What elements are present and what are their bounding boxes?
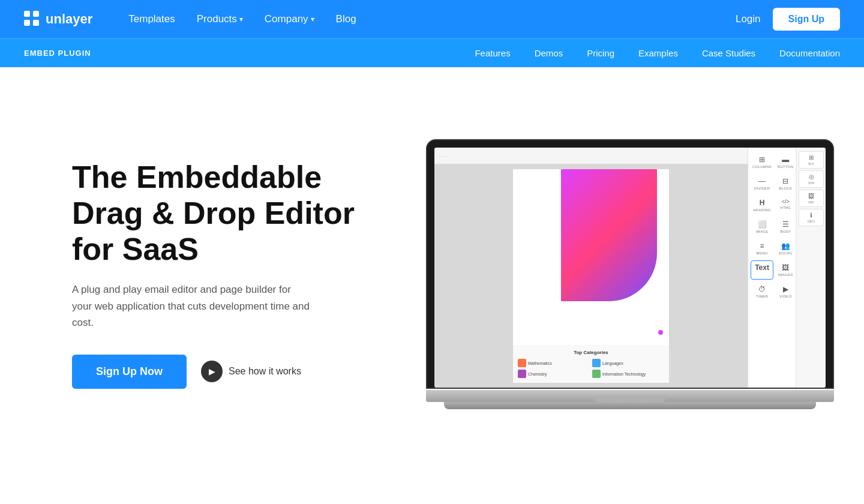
hero-actions: Sign Up Now ▶ See how it works bbox=[72, 355, 384, 389]
card-icon bbox=[592, 359, 601, 367]
timer-icon: ⏱ bbox=[758, 285, 766, 293]
tool-text[interactable]: Text bbox=[751, 260, 773, 280]
tool-menu[interactable]: ≡ MENU bbox=[751, 239, 773, 258]
tool-label: TIMER bbox=[756, 295, 768, 298]
sub-nav-links: Features Demos Pricing Examples Case Stu… bbox=[475, 48, 840, 58]
hero-subtitle: A plug and play email editor and page bu… bbox=[72, 281, 312, 331]
card-label: Information Technology bbox=[602, 372, 646, 376]
list-item: Mathematics bbox=[518, 359, 590, 367]
subnav-features[interactable]: Features bbox=[475, 48, 510, 58]
video-icon: ▶ bbox=[783, 285, 788, 293]
block-item: 🖼 IMG bbox=[799, 190, 824, 207]
subnav-pricing[interactable]: Pricing bbox=[587, 48, 614, 58]
login-link[interactable]: Login bbox=[736, 13, 761, 25]
nav-templates[interactable]: Templates bbox=[128, 13, 175, 25]
hero-content: The Embeddable Drag & Drop Editor for Sa… bbox=[72, 160, 384, 389]
canvas-toolbar: · · · bbox=[434, 148, 748, 164]
tool-label: IMAGE bbox=[756, 230, 769, 233]
hero-title: The Embeddable Drag & Drop Editor for Sa… bbox=[72, 160, 384, 267]
images-icon: 🖼 bbox=[782, 263, 789, 272]
columns-icon: ⊞ bbox=[759, 155, 765, 164]
tool-button[interactable]: ▬ BUTTON bbox=[776, 152, 795, 172]
tool-label: VIDEO bbox=[779, 295, 791, 298]
play-icon: ▶ bbox=[201, 361, 223, 382]
tool-label: BLOCK bbox=[779, 187, 792, 190]
subnav-case-studies[interactable]: Case Studies bbox=[702, 48, 755, 58]
card-icon bbox=[592, 370, 601, 378]
nav-blog[interactable]: Blog bbox=[336, 13, 356, 25]
sub-nav-section-label: EMBED PLUGIN bbox=[24, 49, 91, 58]
list-item: Information Technology bbox=[592, 370, 664, 378]
tool-label: DIVIDER bbox=[754, 187, 770, 190]
block-item: ℹ INFO bbox=[799, 209, 824, 226]
social-icon: 👥 bbox=[781, 242, 790, 250]
nav-right: Login Sign Up bbox=[736, 8, 840, 31]
subnav-demos[interactable]: Demos bbox=[535, 48, 563, 58]
block-icon: ◎ bbox=[809, 173, 814, 180]
tool-video[interactable]: ▶ VIDEO bbox=[776, 282, 795, 301]
chevron-down-icon: ▾ bbox=[311, 15, 314, 23]
tool-block[interactable]: ⊟ BLOCK bbox=[776, 174, 795, 193]
logo-link[interactable]: unlayer bbox=[24, 11, 92, 28]
tool-label: HEADING bbox=[753, 208, 770, 212]
see-how-label: See how it works bbox=[229, 366, 301, 377]
html-icon: </> bbox=[782, 199, 790, 205]
subnav-documentation[interactable]: Documentation bbox=[779, 48, 840, 58]
tool-label: MENU bbox=[757, 251, 768, 255]
card-label: Chemistry bbox=[528, 372, 547, 376]
see-how-link[interactable]: ▶ See how it works bbox=[201, 361, 301, 382]
image-icon: ⬜ bbox=[758, 220, 767, 229]
tool-html[interactable]: </> HTML bbox=[776, 196, 795, 215]
brand-name: unlayer bbox=[46, 11, 92, 27]
tool-label: SOCIAL bbox=[778, 251, 793, 255]
purple-dot-decoration bbox=[658, 330, 663, 335]
tool-timer[interactable]: ⏱ TIMER bbox=[751, 282, 773, 301]
laptop-screen-inner: · · · Top Categories bbox=[434, 148, 826, 388]
tool-label: BUTTON bbox=[778, 165, 793, 169]
block-item: ◎ SHR bbox=[799, 170, 824, 188]
hero-section: The Embeddable Drag & Drop Editor for Sa… bbox=[0, 67, 864, 469]
tool-body[interactable]: ☰ BODY bbox=[776, 217, 795, 236]
editor-sidebar: ⊞ COLUMNS ▬ BUTTON — DIVIDER bbox=[748, 148, 826, 388]
block-item: ⊞ BLK bbox=[799, 151, 824, 169]
block-icon: ⊟ bbox=[782, 177, 788, 185]
card-icon bbox=[518, 359, 526, 367]
tool-images[interactable]: 🖼 IMAGES bbox=[776, 260, 795, 280]
canvas-white-area: Top Categories Mathematics bbox=[513, 169, 669, 383]
block-icon: ℹ bbox=[810, 212, 812, 218]
nav-company[interactable]: Company ▾ bbox=[265, 13, 314, 25]
sidebar-blocks: ⊞ BLK ◎ SHR 🖼 IMG bbox=[796, 148, 826, 388]
canvas-content: Top Categories Mathematics bbox=[434, 164, 748, 388]
laptop-mockup-area: · · · Top Categories bbox=[384, 139, 840, 409]
canvas-toolbar-label: · · · bbox=[439, 153, 447, 159]
laptop-base bbox=[426, 390, 834, 402]
laptop-screen-outer: · · · Top Categories bbox=[426, 139, 834, 389]
tool-heading[interactable]: H HEADING bbox=[751, 196, 773, 215]
signup-button[interactable]: Sign Up bbox=[773, 8, 840, 31]
card-label: Languages bbox=[602, 361, 623, 365]
logo-icon bbox=[24, 11, 41, 28]
nav-products[interactable]: Products ▾ bbox=[197, 13, 243, 25]
divider-icon: — bbox=[758, 177, 766, 185]
tool-social[interactable]: 👥 SOCIAL bbox=[776, 239, 795, 258]
list-item: Languages bbox=[592, 359, 664, 367]
top-nav-links: Templates Products ▾ Company ▾ Blog bbox=[128, 13, 736, 25]
body-icon: ☰ bbox=[782, 220, 789, 229]
tool-label: COLUMNS bbox=[752, 165, 772, 169]
tool-label: IMAGES bbox=[778, 273, 793, 277]
subnav-examples[interactable]: Examples bbox=[638, 48, 678, 58]
tool-columns[interactable]: ⊞ COLUMNS bbox=[751, 152, 773, 172]
tool-label: HTML bbox=[781, 206, 791, 209]
top-navigation: unlayer Templates Products ▾ Company ▾ B… bbox=[0, 0, 864, 38]
signup-now-button[interactable]: Sign Up Now bbox=[72, 355, 187, 389]
text-icon: Text bbox=[755, 263, 769, 272]
bottom-card-grid: Mathematics Languages bbox=[518, 359, 664, 378]
block-icon: 🖼 bbox=[808, 193, 814, 199]
menu-icon: ≡ bbox=[760, 242, 764, 250]
sidebar-tools: ⊞ COLUMNS ▬ BUTTON — DIVIDER bbox=[748, 148, 796, 388]
bottom-card-title: Top Categories bbox=[518, 350, 664, 355]
tool-image[interactable]: ⬜ IMAGE bbox=[751, 217, 773, 236]
tool-divider[interactable]: — DIVIDER bbox=[751, 174, 773, 193]
laptop-mockup: · · · Top Categories bbox=[426, 139, 834, 409]
purple-blob-decoration bbox=[561, 169, 657, 301]
